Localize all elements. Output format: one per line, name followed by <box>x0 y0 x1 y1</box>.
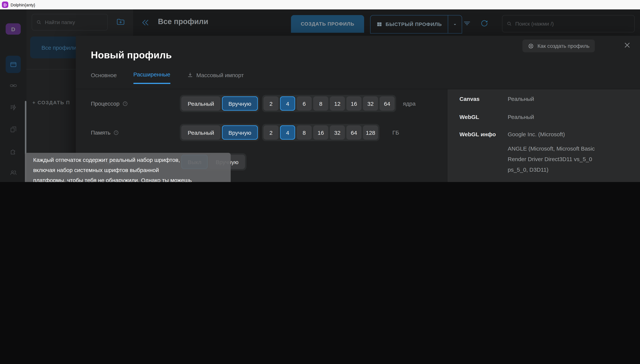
question-icon[interactable]: ? <box>113 130 119 136</box>
summary-label: WebGL <box>460 114 516 120</box>
memory-size-option[interactable]: 128 <box>363 125 378 140</box>
tab-mass-import[interactable]: Массовый импорт <box>187 71 244 84</box>
processor-row: Процессор ? Реальный Вручную 2 4 6 8 12 … <box>91 95 445 112</box>
svg-text:?: ? <box>124 102 126 105</box>
tooltip-line: платформы, чтобы тебя не обнаружили. Одн… <box>33 175 222 182</box>
svg-text:?: ? <box>116 131 117 134</box>
summary-webgl-info-details: ANGLE (Microsoft, Microsoft Basic Render… <box>508 144 595 175</box>
memory-mode-toggle: Реальный Вручную <box>180 124 259 141</box>
summary-label: WebGL инфо <box>460 131 516 138</box>
app-logo-letter: D <box>4 2 7 7</box>
memory-size-option[interactable]: 2 <box>264 125 279 140</box>
fonts-tooltip: Каждый отпечаток содержит реальный набор… <box>25 153 231 182</box>
processor-cores-option-selected[interactable]: 4 <box>280 96 295 111</box>
tab-advanced[interactable]: Расширенные <box>133 71 170 84</box>
memory-label: Память ? <box>91 129 162 136</box>
tab-mass-import-label: Массовый импорт <box>196 72 244 78</box>
processor-cores-group: 2 4 6 8 12 16 32 64 <box>262 95 396 112</box>
summary-value: Google Inc. (Microsoft) <box>508 131 632 138</box>
processor-unit: ядра <box>403 100 415 107</box>
processor-cores-option[interactable]: 32 <box>363 96 378 111</box>
summary-label: Canvas <box>460 96 516 102</box>
download-icon <box>187 72 193 78</box>
memory-size-option-selected[interactable]: 4 <box>280 125 295 140</box>
memory-size-group: 2 4 8 16 32 64 128 <box>262 124 379 141</box>
close-icon[interactable] <box>623 41 632 50</box>
memory-mode-real[interactable]: Реальный <box>181 125 221 140</box>
memory-size-option[interactable]: 8 <box>297 125 312 140</box>
processor-cores-option[interactable]: 16 <box>346 96 361 111</box>
question-icon[interactable]: ? <box>122 100 128 106</box>
processor-cores-option[interactable]: 8 <box>313 96 328 111</box>
processor-mode-real[interactable]: Реальный <box>181 96 221 111</box>
lifebuoy-icon <box>528 43 534 49</box>
how-to-create-profile-label: Как создать профиль <box>537 43 589 49</box>
memory-size-option[interactable]: 32 <box>330 125 345 140</box>
processor-cores-option[interactable]: 2 <box>264 96 279 111</box>
memory-mode-manual[interactable]: Вручную <box>222 125 258 140</box>
app-logo-icon: D <box>2 2 8 8</box>
app-title: Dolphin{anty} <box>11 2 35 7</box>
summary-value: Реальный <box>508 96 632 102</box>
screen: D Dolphin{anty} D API ? <box>0 0 640 182</box>
processor-cores-option[interactable]: 12 <box>330 96 345 111</box>
processor-cores-option[interactable]: 6 <box>297 96 312 111</box>
memory-row: Память ? Реальный Вручную 2 4 8 16 32 64… <box>91 124 445 141</box>
modal-title: Новый профиль <box>91 49 172 61</box>
tab-basic[interactable]: Основное <box>91 71 117 84</box>
processor-mode-toggle: Реальный Вручную <box>180 95 259 112</box>
memory-size-option[interactable]: 64 <box>346 125 361 140</box>
memory-size-option[interactable]: 16 <box>313 125 328 140</box>
memory-unit: ГБ <box>392 129 399 136</box>
tooltip-line: включая набор системных шрифтов выбранно… <box>33 165 222 175</box>
tooltip-line: Каждый отпечаток содержит реальный набор… <box>33 155 222 165</box>
window-titlebar: D Dolphin{anty} <box>0 0 640 10</box>
processor-mode-manual[interactable]: Вручную <box>222 96 258 111</box>
how-to-create-profile-button[interactable]: Как создать профиль <box>522 40 595 52</box>
processor-cores-option[interactable]: 64 <box>379 96 395 111</box>
fingerprint-summary-panel: Canvas Реальный WebGL Реальный WebGL инф… <box>447 89 640 182</box>
modal-tabs: Основное Расширенные Массовый импорт <box>91 71 244 84</box>
processor-label: Процессор ? <box>91 100 162 107</box>
summary-value: Реальный <box>508 114 632 120</box>
